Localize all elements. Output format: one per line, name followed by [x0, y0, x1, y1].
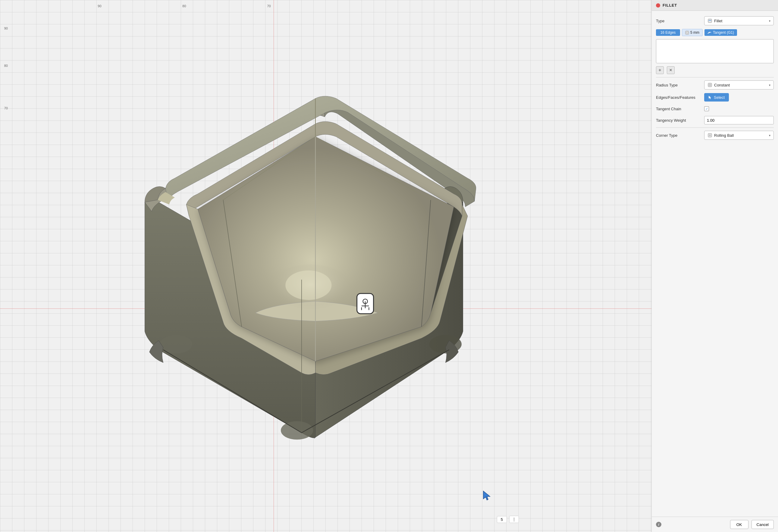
- tangent-badge: Tangent (G1): [704, 29, 737, 36]
- edges-list-area: [656, 39, 774, 63]
- radius-type-control: Constant ▾: [704, 80, 774, 89]
- select-cursor-icon: [708, 95, 712, 99]
- panel-footer: i OK Cancel: [652, 517, 778, 532]
- tangency-weight-control: [704, 116, 774, 124]
- radius-type-value: Constant: [714, 83, 768, 87]
- size-icon: [685, 31, 689, 35]
- add-edge-button[interactable]: +: [656, 66, 664, 74]
- type-dropdown-value: Fillet: [714, 19, 768, 23]
- edges-faces-control: Select: [704, 93, 774, 101]
- fillet-panel: FILLET Type Fillet ▾: [651, 0, 778, 532]
- corner-type-row: Corner Type Rolling Ball ▾: [656, 129, 774, 142]
- svg-rect-12: [708, 19, 712, 23]
- svg-point-1: [281, 421, 313, 440]
- edges-row: 16 Edges 5 mm Tangent (G1): [656, 29, 774, 36]
- tangent-chain-label: Tangent Chain: [656, 107, 704, 111]
- svg-marker-18: [709, 96, 711, 99]
- svg-rect-16: [708, 83, 712, 87]
- tangent-chain-control: ✓: [704, 106, 774, 111]
- divider-1: [656, 77, 774, 77]
- type-label: Type: [656, 19, 704, 23]
- corner-type-control: Rolling Ball ▾: [704, 131, 774, 140]
- svg-point-20: [709, 135, 711, 136]
- edges-faces-label: Edges/Faces/Features: [656, 95, 704, 100]
- bottom-value-badge: 5: [497, 516, 507, 523]
- edges-faces-row: Edges/Faces/Features Select: [656, 91, 774, 103]
- ruler-mark-v-90: 90: [4, 26, 8, 30]
- 3d-model: [52, 64, 560, 479]
- radius-type-arrow: ▾: [769, 83, 770, 87]
- panel-body: Type Fillet ▾ 16 Edges: [652, 11, 778, 517]
- cursor-arrow: [483, 491, 492, 502]
- tangent-chain-row: Tangent Chain ✓: [656, 103, 774, 114]
- action-row: + ×: [656, 65, 774, 76]
- svg-point-4: [285, 271, 331, 300]
- model-svg: [52, 64, 560, 479]
- tangent-icon: [707, 31, 711, 35]
- tangent-label: Tangent (G1): [713, 30, 734, 35]
- corner-type-dropdown[interactable]: Rolling Ball ▾: [704, 131, 774, 140]
- 3d-viewport[interactable]: 90 80 70 90 80 70: [0, 0, 651, 532]
- ruler-mark-v-80: 80: [4, 64, 8, 68]
- select-button[interactable]: Select: [704, 93, 729, 101]
- type-control: Fillet ▾: [704, 16, 774, 25]
- svg-marker-11: [483, 491, 490, 500]
- radius-type-row: Radius Type Constant ▾: [656, 79, 774, 91]
- corner-type-value: Rolling Ball: [714, 133, 768, 138]
- corner-type-icon: [707, 133, 712, 138]
- panel-title: FILLET: [663, 3, 677, 8]
- radius-type-label: Radius Type: [656, 83, 704, 87]
- type-dropdown-arrow: ▾: [769, 19, 770, 23]
- svg-rect-13: [686, 31, 689, 34]
- edges-badge[interactable]: 16 Edges: [656, 29, 680, 36]
- bottom-kebab-menu[interactable]: ⋮: [509, 516, 519, 523]
- tangency-weight-input[interactable]: [704, 116, 774, 124]
- ok-button[interactable]: OK: [730, 520, 749, 529]
- tangency-weight-label: Tangency Weight: [656, 118, 704, 122]
- info-icon[interactable]: i: [656, 522, 662, 527]
- ruler-mark-v-70: 70: [4, 106, 8, 110]
- corner-type-label: Corner Type: [656, 133, 704, 138]
- tangent-chain-checkbox[interactable]: ✓: [704, 106, 709, 111]
- divider-2: [656, 127, 774, 128]
- remove-edge-button[interactable]: ×: [667, 66, 675, 74]
- svg-point-15: [709, 32, 710, 33]
- tangency-weight-row: Tangency Weight: [656, 114, 774, 126]
- type-row: Type Fillet ▾: [656, 14, 774, 27]
- info-section: i: [656, 522, 662, 527]
- ruler-left: 90 80 70: [0, 0, 9, 532]
- radius-type-dropdown[interactable]: Constant ▾: [704, 80, 774, 89]
- type-dropdown[interactable]: Fillet ▾: [704, 16, 774, 25]
- corner-type-arrow: ▾: [769, 134, 770, 137]
- panel-header-icon: [656, 3, 660, 8]
- type-dropdown-icon: [707, 18, 712, 23]
- ruler-mark-90: 90: [98, 4, 101, 8]
- radius-type-icon: [707, 83, 712, 87]
- select-button-label: Select: [714, 95, 725, 100]
- cancel-button[interactable]: Cancel: [752, 520, 774, 529]
- ruler-mark-80: 80: [182, 4, 186, 8]
- size-badge: 5 mm: [682, 29, 703, 36]
- ruler-top: 90 80 70: [0, 0, 651, 9]
- panel-header: FILLET: [652, 0, 778, 11]
- ruler-mark-70: 70: [267, 4, 270, 8]
